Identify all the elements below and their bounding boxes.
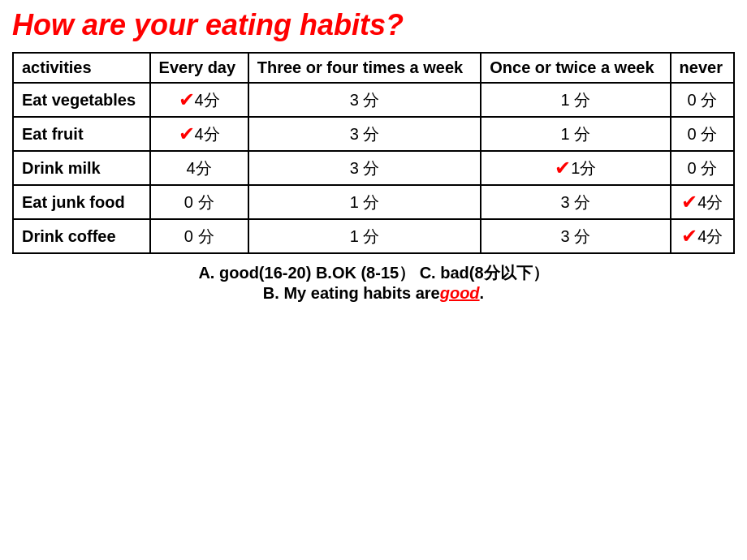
- col-header-everyday: Every day: [150, 53, 248, 83]
- checkmark-icon: ✔: [179, 88, 195, 111]
- checkmark-icon: ✔: [179, 123, 195, 145]
- once-twice-cell: 1 分: [481, 83, 670, 117]
- checkmark-icon: ✔: [555, 157, 571, 179]
- once-twice-cell: 3 分: [481, 219, 670, 253]
- activity-cell: Eat fruit: [13, 117, 150, 151]
- col-header-never: never: [671, 53, 734, 83]
- everyday-cell: 4分: [150, 151, 248, 185]
- footer-line2: B. My eating habits aregood.: [12, 284, 735, 303]
- table-row: Drink coffee0 分1 分3 分✔4分: [13, 219, 734, 253]
- activity-cell: Eat vegetables: [13, 83, 150, 117]
- score-text: 4分: [195, 123, 220, 145]
- never-cell: 0 分: [671, 117, 734, 151]
- score-text: 4分: [697, 192, 723, 213]
- everyday-cell: 0 分: [150, 185, 248, 219]
- table-row: Eat junk food0 分1 分3 分✔4分: [13, 185, 734, 219]
- table-row: Drink milk4分3 分✔1分0 分: [13, 151, 734, 185]
- table-row: Eat vegetables✔4分3 分1 分0 分: [13, 83, 734, 117]
- col-header-once-twice: Once or twice a week: [481, 53, 670, 83]
- activity-cell: Drink coffee: [13, 219, 150, 253]
- page-title: How are your eating habits?: [12, 8, 735, 42]
- good-word: good: [440, 284, 480, 302]
- checkmark-icon: ✔: [681, 191, 697, 213]
- once-twice-cell: 3 分: [481, 185, 670, 219]
- score-text: 4分: [195, 89, 220, 111]
- everyday-cell: 0 分: [150, 219, 248, 253]
- activity-cell: Drink milk: [13, 151, 150, 185]
- three-four-cell: 3 分: [248, 151, 481, 185]
- three-four-cell: 3 分: [248, 117, 481, 151]
- col-header-three-four: Three or four times a week: [248, 53, 481, 83]
- everyday-cell: ✔4分: [150, 117, 248, 151]
- eating-habits-table: activities Every day Three or four times…: [12, 52, 735, 254]
- score-text: 1分: [571, 157, 596, 179]
- once-twice-cell: ✔1分: [481, 151, 670, 185]
- footer: A. good(16-20) B.OK (8-15） C. bad(8分以下） …: [12, 262, 735, 303]
- checkmark-icon: ✔: [681, 225, 697, 248]
- table-row: Eat fruit✔4分3 分1 分0 分: [13, 117, 734, 151]
- never-cell: 0 分: [671, 151, 734, 185]
- footer-line1: A. good(16-20) B.OK (8-15） C. bad(8分以下）: [12, 262, 735, 284]
- three-four-cell: 3 分: [248, 83, 481, 117]
- three-four-cell: 1 分: [248, 185, 481, 219]
- everyday-cell: ✔4分: [150, 83, 248, 117]
- never-cell: 0 分: [671, 83, 734, 117]
- once-twice-cell: 1 分: [481, 117, 670, 151]
- never-cell: ✔4分: [671, 185, 734, 219]
- activity-cell: Eat junk food: [13, 185, 150, 219]
- never-cell: ✔4分: [671, 219, 734, 253]
- three-four-cell: 1 分: [248, 219, 481, 253]
- col-header-activities: activities: [13, 53, 150, 83]
- score-text: 4分: [697, 226, 723, 248]
